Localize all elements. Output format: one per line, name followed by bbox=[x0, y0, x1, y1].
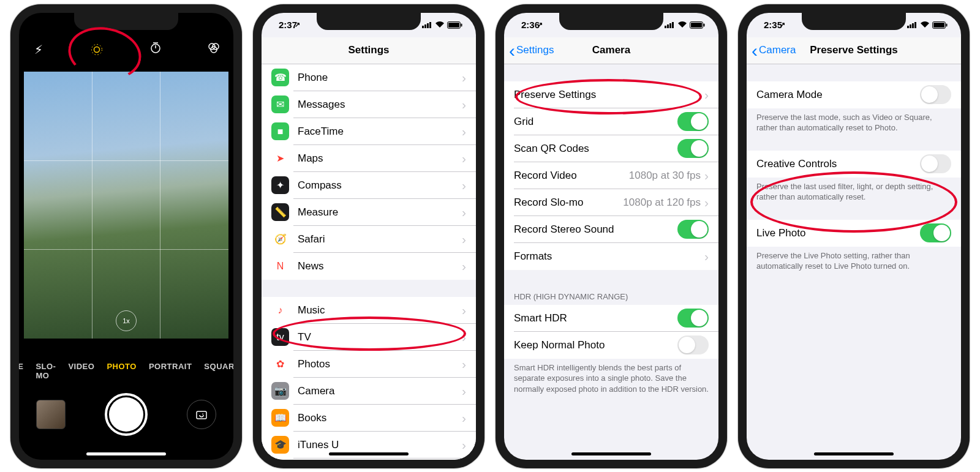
settings-row-photos[interactable]: ✿Photos› bbox=[262, 351, 476, 378]
row-label: Measure bbox=[298, 206, 462, 219]
last-photo-thumbnail[interactable] bbox=[36, 400, 66, 429]
settings-row-compass[interactable]: ✦Compass› bbox=[262, 172, 476, 199]
row-label: Record Stereo Sound bbox=[514, 223, 677, 236]
chevron-icon: › bbox=[462, 70, 466, 85]
settings-row-facetime[interactable]: ■FaceTime› bbox=[262, 118, 476, 145]
svg-rect-23 bbox=[907, 26, 909, 28]
flash-icon[interactable]: ⚡︎ bbox=[30, 42, 47, 57]
svg-rect-14 bbox=[448, 23, 459, 28]
row-label: News bbox=[298, 260, 462, 272]
flip-camera-button[interactable] bbox=[187, 400, 216, 429]
zoom-button[interactable]: 1x bbox=[116, 310, 137, 331]
toggle[interactable] bbox=[920, 223, 951, 242]
app-icon: ➤ bbox=[271, 149, 289, 167]
svg-rect-17 bbox=[667, 24, 669, 28]
row-camera-mode[interactable]: Camera Mode bbox=[747, 81, 961, 108]
settings-row-phone[interactable]: ☎Phone› bbox=[262, 64, 476, 91]
settings-row-tv[interactable]: tvTV› bbox=[262, 324, 476, 351]
app-icon: 🧭 bbox=[271, 230, 289, 248]
status-right bbox=[422, 21, 462, 29]
settings-row-camera[interactable]: 📷Camera› bbox=[262, 378, 476, 405]
back-button[interactable]: Settings bbox=[509, 44, 554, 56]
home-indicator[interactable] bbox=[329, 452, 409, 455]
app-icon: tv bbox=[271, 328, 289, 346]
chevron-icon: › bbox=[704, 249, 709, 264]
row-keep-normal-photo[interactable]: Keep Normal Photo bbox=[504, 332, 718, 359]
row-creative-controls[interactable]: Creative Controls bbox=[747, 151, 961, 178]
mode-video[interactable]: VIDEO bbox=[68, 362, 94, 380]
svg-rect-11 bbox=[427, 23, 429, 28]
row-smart-hdr[interactable]: Smart HDR bbox=[504, 305, 718, 332]
filters-icon[interactable] bbox=[205, 41, 222, 58]
svg-rect-26 bbox=[914, 22, 916, 28]
home-indicator[interactable] bbox=[571, 452, 651, 455]
settings-row-measure[interactable]: 📏Measure› bbox=[262, 199, 476, 226]
notch bbox=[74, 13, 178, 30]
row-grid[interactable]: Grid bbox=[504, 108, 718, 135]
settings-row-maps[interactable]: ➤Maps› bbox=[262, 145, 476, 172]
toggle[interactable] bbox=[920, 154, 951, 173]
row-record-stereo-sound[interactable]: Record Stereo Sound bbox=[504, 216, 718, 243]
chevron-icon: › bbox=[462, 303, 466, 318]
camera-modes: SE SLO-MO VIDEO PHOTO PORTRAIT SQUARE bbox=[19, 362, 233, 380]
home-indicator[interactable] bbox=[86, 452, 166, 455]
mode-portrait[interactable]: PORTRAIT bbox=[149, 362, 192, 380]
row-label: Music bbox=[298, 304, 462, 317]
mode-square[interactable]: SQUARE bbox=[204, 362, 233, 380]
camera-viewfinder[interactable]: 1x bbox=[24, 72, 228, 339]
row-live-photo[interactable]: Live Photo bbox=[747, 220, 961, 247]
row-label: Safari bbox=[298, 233, 462, 245]
toggle[interactable] bbox=[677, 139, 709, 158]
settings-row-safari[interactable]: 🧭Safari› bbox=[262, 226, 476, 253]
phone-camera-settings: 2:36 ↗ Settings Camera Preserve Settings… bbox=[496, 4, 727, 468]
settings-row-books[interactable]: 📖Books› bbox=[262, 405, 476, 432]
row-preserve-settings[interactable]: Preserve Settings› bbox=[504, 81, 718, 108]
app-icon: ☎ bbox=[271, 69, 289, 86]
toggle[interactable] bbox=[677, 112, 709, 131]
mode-photo[interactable]: PHOTO bbox=[107, 362, 137, 380]
row-footer: Preserve the last mode, such as Video or… bbox=[747, 108, 961, 133]
chevron-icon: › bbox=[704, 88, 709, 102]
svg-rect-28 bbox=[933, 23, 944, 28]
toggle[interactable] bbox=[920, 85, 951, 104]
settings-row-music[interactable]: ♪Music› bbox=[262, 297, 476, 324]
settings-row-messages[interactable]: ✉Messages› bbox=[262, 91, 476, 118]
row-label: Record Slo-mo bbox=[514, 197, 623, 209]
row-label: Photos bbox=[298, 358, 462, 370]
back-button[interactable]: Camera bbox=[752, 44, 796, 56]
settings-row-game-center[interactable]: ✦Game Center› bbox=[262, 459, 476, 460]
app-icon: ■ bbox=[271, 122, 289, 140]
row-label: FaceTime bbox=[298, 125, 462, 138]
mode-se[interactable]: SE bbox=[19, 362, 23, 380]
home-indicator[interactable] bbox=[814, 452, 894, 455]
row-label: Camera Mode bbox=[756, 89, 920, 101]
row-formats[interactable]: Formats› bbox=[504, 243, 718, 270]
row-record-slo-mo[interactable]: Record Slo-mo1080p at 120 fps› bbox=[504, 189, 718, 216]
toggle[interactable] bbox=[677, 309, 709, 328]
timer-icon[interactable] bbox=[147, 41, 164, 58]
row-label: Messages bbox=[298, 99, 462, 111]
chevron-icon: › bbox=[462, 357, 466, 372]
toggle[interactable] bbox=[677, 335, 709, 354]
row-record-video[interactable]: Record Video1080p at 30 fps› bbox=[504, 162, 718, 189]
livephoto-icon[interactable] bbox=[88, 43, 105, 56]
svg-point-0 bbox=[94, 47, 100, 52]
chevron-icon: › bbox=[462, 259, 466, 274]
svg-rect-21 bbox=[691, 23, 702, 28]
chevron-icon: › bbox=[462, 232, 466, 247]
row-value: 1080p at 30 fps bbox=[629, 170, 701, 182]
row-label: Books bbox=[298, 412, 462, 424]
row-label: Phone bbox=[298, 72, 462, 84]
chevron-icon: › bbox=[462, 411, 466, 425]
svg-rect-29 bbox=[946, 23, 948, 26]
settings-row-news[interactable]: NNews› bbox=[262, 253, 476, 280]
chevron-icon: › bbox=[462, 178, 466, 193]
row-scan-qr-codes[interactable]: Scan QR Codes bbox=[504, 135, 718, 162]
svg-rect-24 bbox=[910, 24, 911, 28]
toggle[interactable] bbox=[677, 220, 709, 239]
page-title: Camera bbox=[592, 44, 630, 56]
shutter-button[interactable] bbox=[105, 393, 148, 436]
mode-slomo[interactable]: SLO-MO bbox=[36, 362, 56, 380]
chevron-icon: › bbox=[462, 384, 466, 399]
chevron-icon: › bbox=[704, 168, 709, 183]
